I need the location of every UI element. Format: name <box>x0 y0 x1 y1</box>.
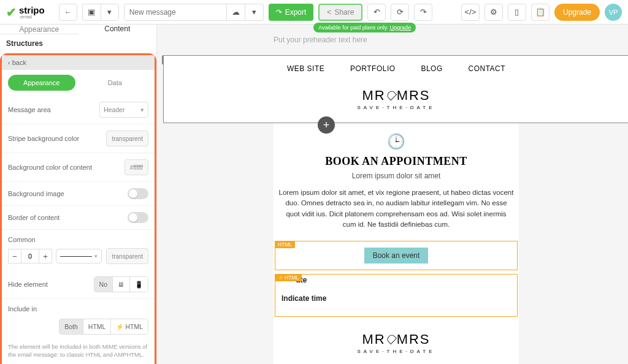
hide-mobile[interactable]: 📱 <box>130 277 148 292</box>
prop-label: Hide element <box>8 281 48 288</box>
indicate-time-field: Indicate time <box>281 294 511 303</box>
sidebar-tabs: Appearance Content <box>0 25 156 34</box>
border-style-select[interactable] <box>56 249 102 264</box>
border-width-stepper: − + <box>8 249 52 264</box>
cloud-save-button[interactable]: ☁ <box>227 4 245 21</box>
html-block-button[interactable]: HTML Book an event <box>275 241 518 270</box>
include-in-segment: Both HTML ⚡HTML <box>59 319 148 335</box>
logo-text: stripo <box>19 5 45 15</box>
message-name-input[interactable] <box>124 4 227 21</box>
share-upgrade-link[interactable]: Upgrade <box>390 25 412 31</box>
redo-button[interactable]: ↷ <box>414 4 432 21</box>
app-logo: ✔ stripo .email <box>6 5 45 20</box>
prop-bg-image: Background image <box>2 182 155 206</box>
border-width-input[interactable] <box>21 249 39 264</box>
nav-item[interactable]: PORTFOLIO <box>350 64 396 73</box>
prop-common: Common − + transparent <box>2 230 155 270</box>
add-stripe-button[interactable]: + <box>318 116 335 134</box>
nav-item[interactable]: CONTACT <box>469 64 506 73</box>
include-html[interactable]: HTML <box>83 319 112 334</box>
share-tooltip: Available for paid plans only. Upgrade <box>313 23 416 32</box>
section-structures[interactable]: Structures <box>0 34 156 53</box>
settings-button[interactable]: ⚙ <box>484 4 503 21</box>
message-name-group: ☁ ▾ <box>124 4 264 21</box>
prop-include-in: Include in Both HTML ⚡HTML <box>2 299 155 341</box>
include-amp[interactable]: ⚡HTML <box>111 319 148 334</box>
share-icon: < <box>327 8 331 17</box>
clipboard-button[interactable]: 📋 <box>531 4 550 21</box>
export-button[interactable]: ↷Export <box>269 4 314 21</box>
message-area-select[interactable]: Header <box>99 102 148 118</box>
preview-mobile-button[interactable]: ▯ <box>508 4 526 21</box>
back-button[interactable]: ← <box>59 4 77 21</box>
book-subheading: Lorem ipsum dolor sit amet <box>274 172 519 180</box>
tab-content[interactable]: Content <box>78 25 157 34</box>
sub-tabs: Appearance Data <box>2 70 155 96</box>
export-label: Export <box>285 8 307 17</box>
bolt-icon: ⚡ <box>116 323 124 331</box>
top-bar: ✔ stripo .email ← ▣ ▾ ☁ ▾ ↷Export <Share… <box>0 0 628 25</box>
prop-label: Background color of content <box>8 164 92 171</box>
code-view-button[interactable]: </> <box>461 4 480 21</box>
logo-icon: ✔ <box>6 5 17 20</box>
hide-element-segment: No 🖥 📱 <box>94 276 148 292</box>
stripe-bg-color[interactable]: transparent <box>106 131 148 146</box>
prop-label: Border of content <box>8 214 59 221</box>
user-avatar[interactable]: VP <box>605 4 622 21</box>
subtab-appearance[interactable]: Appearance <box>8 75 75 91</box>
prop-label: Background image <box>8 190 64 197</box>
hide-no[interactable]: No <box>94 277 113 292</box>
include-both[interactable]: Both <box>59 319 83 334</box>
prop-label: Stripe background color <box>8 135 79 142</box>
upgrade-button[interactable]: Upgrade <box>554 4 600 21</box>
prop-content-bg: Background color of content #ffffff <box>2 153 155 182</box>
include-help-text: The element will be included in both MIM… <box>2 341 155 364</box>
editor-canvas: Stripe - Header Put your preheader text … <box>157 25 628 364</box>
email-footer-logo: MRMRS SAVE·THE·DATE <box>274 320 519 364</box>
content-bg-color[interactable]: #ffffff <box>124 159 148 175</box>
share-button[interactable]: <Share Available for paid plans only. Up… <box>318 4 362 21</box>
heart-icon <box>385 333 396 344</box>
nav-row: WEB SITE PORTFOLIO BLOG CONTACT <box>274 56 518 82</box>
prop-hide-element: Hide element No 🖥 📱 <box>2 270 155 299</box>
prop-message-area: Message area Header <box>2 96 155 124</box>
prop-label: Common <box>8 236 36 243</box>
border-color-chip[interactable]: transparent <box>106 248 148 264</box>
border-toggle[interactable] <box>128 212 148 223</box>
html-tag-label: HTML <box>275 241 295 248</box>
nav-item[interactable]: BLOG <box>421 64 442 73</box>
subtab-data[interactable]: Data <box>82 75 149 91</box>
hide-desktop[interactable]: 🖥 <box>113 277 130 292</box>
nav-item[interactable]: WEB SITE <box>287 64 324 73</box>
book-heading: BOOK AN APPOINTMENT <box>274 155 519 168</box>
tab-appearance[interactable]: Appearance <box>0 25 78 34</box>
heart-icon <box>385 89 396 100</box>
book-paragraph: Lorem ipsum dolor sit amet, et vix regio… <box>274 180 519 237</box>
device-toggle[interactable]: ▣ <box>82 4 101 21</box>
prop-label: Include in <box>8 305 37 313</box>
save-the-date: SAVE·THE·DATE <box>274 105 518 110</box>
book-event-button[interactable]: Book an event <box>364 248 429 264</box>
email-body: 🕒 BOOK AN APPOINTMENT Lorem ipsum dolor … <box>274 123 519 364</box>
indicate-date-field: ate <box>296 276 511 284</box>
clock-icon: 🕒 <box>274 123 519 150</box>
prop-border: Border of content <box>2 206 155 230</box>
amp-html-tag-label: ⚡HTML <box>275 274 302 281</box>
history-button[interactable]: ⟳ <box>391 4 409 21</box>
sidebar: Appearance Content Structures ‹ back App… <box>0 25 157 364</box>
stepper-plus[interactable]: + <box>39 249 52 264</box>
message-menu[interactable]: ▾ <box>245 4 264 21</box>
export-icon: ↷ <box>276 8 282 17</box>
back-link[interactable]: ‹ back <box>2 55 155 70</box>
bolt-icon: ⚡ <box>278 275 285 281</box>
undo-button[interactable]: ↶ <box>367 4 386 21</box>
device-dropdown[interactable]: ▾ <box>101 4 119 21</box>
save-the-date-footer: SAVE·THE·DATE <box>274 349 519 354</box>
prop-label: Message area <box>8 106 51 113</box>
bg-image-toggle[interactable] <box>128 188 148 199</box>
html-block-fields[interactable]: ⚡HTML ate Indicate time <box>275 274 518 317</box>
email-logo: MRMRS SAVE·THE·DATE <box>274 82 518 123</box>
properties-panel-highlight: ‹ back Appearance Data Message area Head… <box>0 53 156 364</box>
stepper-minus[interactable]: − <box>8 249 21 264</box>
prop-stripe-bg: Stripe background color transparent <box>2 124 155 153</box>
